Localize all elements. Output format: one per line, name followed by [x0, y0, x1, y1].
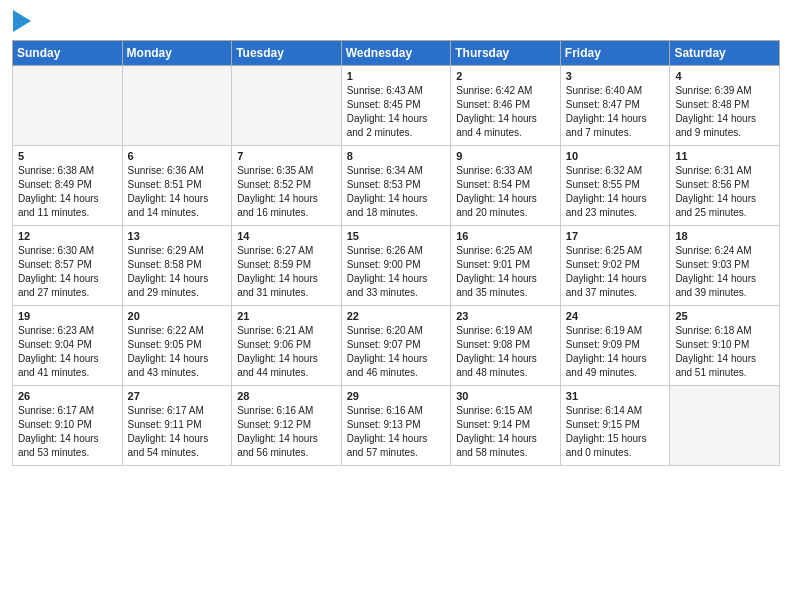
- day-number: 2: [456, 70, 555, 82]
- sunset-text: Sunset: 9:01 PM: [456, 258, 555, 272]
- calendar-cell: 17Sunrise: 6:25 AMSunset: 9:02 PMDayligh…: [560, 226, 670, 306]
- day-number: 19: [18, 310, 117, 322]
- sunrise-text: Sunrise: 6:33 AM: [456, 164, 555, 178]
- day-number: 13: [128, 230, 227, 242]
- calendar-cell: 30Sunrise: 6:15 AMSunset: 9:14 PMDayligh…: [451, 386, 561, 466]
- cell-sun-info: Sunrise: 6:23 AMSunset: 9:04 PMDaylight:…: [18, 324, 117, 380]
- sunrise-text: Sunrise: 6:19 AM: [566, 324, 665, 338]
- cell-sun-info: Sunrise: 6:32 AMSunset: 8:55 PMDaylight:…: [566, 164, 665, 220]
- calendar-cell: [232, 66, 342, 146]
- daylight-text: Daylight: 14 hours and 16 minutes.: [237, 192, 336, 220]
- sunset-text: Sunset: 8:49 PM: [18, 178, 117, 192]
- sunset-text: Sunset: 8:58 PM: [128, 258, 227, 272]
- day-number: 15: [347, 230, 446, 242]
- sunrise-text: Sunrise: 6:29 AM: [128, 244, 227, 258]
- cell-sun-info: Sunrise: 6:15 AMSunset: 9:14 PMDaylight:…: [456, 404, 555, 460]
- svg-marker-0: [13, 10, 31, 32]
- daylight-text: Daylight: 14 hours and 54 minutes.: [128, 432, 227, 460]
- sunset-text: Sunset: 8:57 PM: [18, 258, 117, 272]
- sunset-text: Sunset: 8:48 PM: [675, 98, 774, 112]
- calendar-cell: 20Sunrise: 6:22 AMSunset: 9:05 PMDayligh…: [122, 306, 232, 386]
- sunset-text: Sunset: 9:08 PM: [456, 338, 555, 352]
- sunset-text: Sunset: 8:51 PM: [128, 178, 227, 192]
- calendar-cell: 27Sunrise: 6:17 AMSunset: 9:11 PMDayligh…: [122, 386, 232, 466]
- sunset-text: Sunset: 9:15 PM: [566, 418, 665, 432]
- cell-sun-info: Sunrise: 6:24 AMSunset: 9:03 PMDaylight:…: [675, 244, 774, 300]
- cell-sun-info: Sunrise: 6:19 AMSunset: 9:08 PMDaylight:…: [456, 324, 555, 380]
- page-container: SundayMondayTuesdayWednesdayThursdayFrid…: [0, 0, 792, 476]
- sunset-text: Sunset: 9:09 PM: [566, 338, 665, 352]
- sunrise-text: Sunrise: 6:27 AM: [237, 244, 336, 258]
- daylight-text: Daylight: 14 hours and 11 minutes.: [18, 192, 117, 220]
- calendar-cell: 25Sunrise: 6:18 AMSunset: 9:10 PMDayligh…: [670, 306, 780, 386]
- daylight-text: Daylight: 14 hours and 48 minutes.: [456, 352, 555, 380]
- daylight-text: Daylight: 14 hours and 58 minutes.: [456, 432, 555, 460]
- calendar-cell: 3Sunrise: 6:40 AMSunset: 8:47 PMDaylight…: [560, 66, 670, 146]
- day-number: 6: [128, 150, 227, 162]
- day-number: 7: [237, 150, 336, 162]
- cell-sun-info: Sunrise: 6:17 AMSunset: 9:10 PMDaylight:…: [18, 404, 117, 460]
- sunset-text: Sunset: 9:14 PM: [456, 418, 555, 432]
- sunrise-text: Sunrise: 6:35 AM: [237, 164, 336, 178]
- calendar-cell: 12Sunrise: 6:30 AMSunset: 8:57 PMDayligh…: [13, 226, 123, 306]
- daylight-text: Daylight: 14 hours and 39 minutes.: [675, 272, 774, 300]
- daylight-text: Daylight: 14 hours and 51 minutes.: [675, 352, 774, 380]
- cell-sun-info: Sunrise: 6:40 AMSunset: 8:47 PMDaylight:…: [566, 84, 665, 140]
- daylight-text: Daylight: 14 hours and 2 minutes.: [347, 112, 446, 140]
- cell-sun-info: Sunrise: 6:21 AMSunset: 9:06 PMDaylight:…: [237, 324, 336, 380]
- calendar-cell: 4Sunrise: 6:39 AMSunset: 8:48 PMDaylight…: [670, 66, 780, 146]
- daylight-text: Daylight: 14 hours and 14 minutes.: [128, 192, 227, 220]
- daylight-text: Daylight: 14 hours and 23 minutes.: [566, 192, 665, 220]
- calendar-cell: 21Sunrise: 6:21 AMSunset: 9:06 PMDayligh…: [232, 306, 342, 386]
- logo: [12, 10, 31, 32]
- sunset-text: Sunset: 9:12 PM: [237, 418, 336, 432]
- day-number: 31: [566, 390, 665, 402]
- calendar-cell: 15Sunrise: 6:26 AMSunset: 9:00 PMDayligh…: [341, 226, 451, 306]
- sunset-text: Sunset: 9:10 PM: [18, 418, 117, 432]
- sunrise-text: Sunrise: 6:17 AM: [18, 404, 117, 418]
- sunset-text: Sunset: 9:04 PM: [18, 338, 117, 352]
- cell-sun-info: Sunrise: 6:25 AMSunset: 9:02 PMDaylight:…: [566, 244, 665, 300]
- calendar-cell: 23Sunrise: 6:19 AMSunset: 9:08 PMDayligh…: [451, 306, 561, 386]
- sunset-text: Sunset: 8:53 PM: [347, 178, 446, 192]
- calendar-week-row: 26Sunrise: 6:17 AMSunset: 9:10 PMDayligh…: [13, 386, 780, 466]
- calendar-cell: 6Sunrise: 6:36 AMSunset: 8:51 PMDaylight…: [122, 146, 232, 226]
- daylight-text: Daylight: 14 hours and 27 minutes.: [18, 272, 117, 300]
- weekday-header-monday: Monday: [122, 41, 232, 66]
- sunrise-text: Sunrise: 6:26 AM: [347, 244, 446, 258]
- cell-sun-info: Sunrise: 6:26 AMSunset: 9:00 PMDaylight:…: [347, 244, 446, 300]
- sunset-text: Sunset: 9:03 PM: [675, 258, 774, 272]
- daylight-text: Daylight: 15 hours and 0 minutes.: [566, 432, 665, 460]
- day-number: 14: [237, 230, 336, 242]
- calendar-cell: 29Sunrise: 6:16 AMSunset: 9:13 PMDayligh…: [341, 386, 451, 466]
- cell-sun-info: Sunrise: 6:31 AMSunset: 8:56 PMDaylight:…: [675, 164, 774, 220]
- header: [12, 10, 780, 32]
- daylight-text: Daylight: 14 hours and 53 minutes.: [18, 432, 117, 460]
- calendar-cell: 8Sunrise: 6:34 AMSunset: 8:53 PMDaylight…: [341, 146, 451, 226]
- sunrise-text: Sunrise: 6:14 AM: [566, 404, 665, 418]
- day-number: 11: [675, 150, 774, 162]
- sunrise-text: Sunrise: 6:19 AM: [456, 324, 555, 338]
- calendar-cell: 22Sunrise: 6:20 AMSunset: 9:07 PMDayligh…: [341, 306, 451, 386]
- sunset-text: Sunset: 9:07 PM: [347, 338, 446, 352]
- sunrise-text: Sunrise: 6:31 AM: [675, 164, 774, 178]
- day-number: 28: [237, 390, 336, 402]
- day-number: 22: [347, 310, 446, 322]
- day-number: 4: [675, 70, 774, 82]
- weekday-header-thursday: Thursday: [451, 41, 561, 66]
- calendar-week-row: 5Sunrise: 6:38 AMSunset: 8:49 PMDaylight…: [13, 146, 780, 226]
- daylight-text: Daylight: 14 hours and 49 minutes.: [566, 352, 665, 380]
- weekday-header-tuesday: Tuesday: [232, 41, 342, 66]
- calendar-week-row: 19Sunrise: 6:23 AMSunset: 9:04 PMDayligh…: [13, 306, 780, 386]
- day-number: 1: [347, 70, 446, 82]
- sunrise-text: Sunrise: 6:22 AM: [128, 324, 227, 338]
- sunrise-text: Sunrise: 6:21 AM: [237, 324, 336, 338]
- weekday-header-friday: Friday: [560, 41, 670, 66]
- sunrise-text: Sunrise: 6:34 AM: [347, 164, 446, 178]
- weekday-header-saturday: Saturday: [670, 41, 780, 66]
- calendar-cell: [122, 66, 232, 146]
- sunrise-text: Sunrise: 6:36 AM: [128, 164, 227, 178]
- daylight-text: Daylight: 14 hours and 18 minutes.: [347, 192, 446, 220]
- day-number: 20: [128, 310, 227, 322]
- weekday-header-wednesday: Wednesday: [341, 41, 451, 66]
